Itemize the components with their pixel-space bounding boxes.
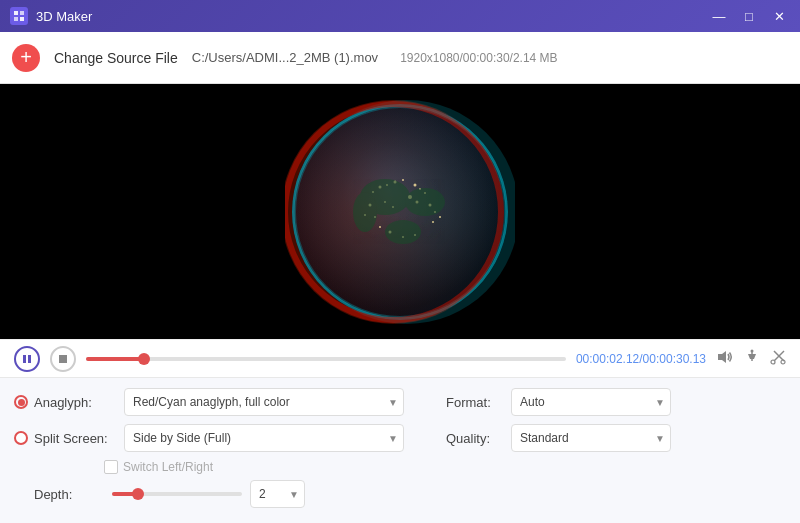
anaglyph-select[interactable]: Red/Cyan anaglyph, full color Red/Cyan a… <box>124 388 404 416</box>
progress-thumb[interactable] <box>138 353 150 365</box>
depth-slider[interactable] <box>112 492 242 496</box>
svg-point-26 <box>439 216 441 218</box>
time-display: 00:00:02.12/00:00:30.13 <box>576 352 706 366</box>
switch-lr-checkbox[interactable] <box>104 460 118 474</box>
anaglyph-radio[interactable] <box>14 395 28 409</box>
depth-thumb[interactable] <box>132 488 144 500</box>
pause-button[interactable] <box>14 346 40 372</box>
source-meta: 1920x1080/00:00:30/2.14 MB <box>400 51 557 65</box>
switch-lr-row: Switch Left/Right <box>104 460 446 474</box>
split-screen-label: Split Screen: <box>34 431 124 446</box>
window-controls: — □ ✕ <box>708 5 790 27</box>
svg-rect-2 <box>14 17 18 21</box>
settings-right-col: Format: Auto MP4 AVI MKV ▼ Quality: Stan… <box>446 388 786 516</box>
svg-rect-1 <box>20 11 24 15</box>
settings-columns: Anaglyph: Red/Cyan anaglyph, full color … <box>14 388 786 516</box>
svg-point-35 <box>385 220 421 244</box>
svg-point-36 <box>353 192 377 232</box>
svg-point-15 <box>414 183 417 186</box>
split-screen-row: Split Screen: Side by Side (Full) Side b… <box>14 424 446 452</box>
quality-select-wrap: Standard High Ultra ▼ <box>511 424 671 452</box>
format-row: Format: Auto MP4 AVI MKV ▼ <box>446 388 786 416</box>
split-screen-select[interactable]: Side by Side (Full) Side by Side (Half) … <box>124 424 404 452</box>
anaglyph-label: Anaglyph: <box>34 395 124 410</box>
maximize-button[interactable]: □ <box>738 5 760 27</box>
app-icon <box>10 7 28 25</box>
depth-row: Depth: 1 2 3 4 5 ▼ <box>14 480 446 508</box>
svg-point-27 <box>432 221 434 223</box>
settings-left-col: Anaglyph: Red/Cyan anaglyph, full color … <box>14 388 446 516</box>
depth-label: Depth: <box>14 487 104 502</box>
format-select[interactable]: Auto MP4 AVI MKV <box>511 388 671 416</box>
close-button[interactable]: ✕ <box>768 5 790 27</box>
svg-point-48 <box>771 360 775 364</box>
svg-point-34 <box>405 188 445 216</box>
toolbar: + Change Source File C:/Users/ADMI...2_2… <box>0 32 800 84</box>
svg-rect-41 <box>28 355 31 363</box>
split-screen-radio[interactable] <box>14 431 28 445</box>
title-bar: 3D Maker — □ ✕ <box>0 0 800 32</box>
svg-rect-3 <box>20 17 24 21</box>
depth-value-wrap: 1 2 3 4 5 ▼ <box>250 480 305 508</box>
minimize-button[interactable]: — <box>708 5 730 27</box>
svg-point-13 <box>402 179 404 181</box>
anaglyph-row: Anaglyph: Red/Cyan anaglyph, full color … <box>14 388 446 416</box>
stop-button[interactable] <box>50 346 76 372</box>
cut-icon[interactable] <box>770 349 786 368</box>
preview-area <box>0 84 800 339</box>
split-select-wrap: Side by Side (Full) Side by Side (Half) … <box>124 424 404 452</box>
svg-rect-0 <box>14 11 18 15</box>
svg-rect-42 <box>59 355 67 363</box>
change-source-label: Change Source File <box>54 50 178 66</box>
svg-point-29 <box>379 226 381 228</box>
quality-select[interactable]: Standard High Ultra <box>511 424 671 452</box>
svg-marker-43 <box>718 351 726 363</box>
volume-icon[interactable] <box>716 349 734 368</box>
quality-label: Quality: <box>446 431 511 446</box>
video-preview <box>285 97 515 327</box>
svg-point-45 <box>751 350 754 353</box>
svg-rect-40 <box>23 355 26 363</box>
settings-panel: Anaglyph: Red/Cyan anaglyph, full color … <box>0 377 800 523</box>
progress-bar[interactable] <box>86 357 566 361</box>
format-label: Format: <box>446 395 511 410</box>
source-filename: C:/Users/ADMI...2_2MB (1).mov <box>192 50 378 65</box>
depth-value-select[interactable]: 1 2 3 4 5 <box>250 480 305 508</box>
quality-row: Quality: Standard High Ultra ▼ <box>446 424 786 452</box>
add-source-button[interactable]: + <box>12 44 40 72</box>
format-select-wrap: Auto MP4 AVI MKV ▼ <box>511 388 671 416</box>
pin-icon[interactable] <box>744 349 760 368</box>
controls-bar: 00:00:02.12/00:00:30.13 <box>0 339 800 377</box>
anaglyph-select-wrap: Red/Cyan anaglyph, full color Red/Cyan a… <box>124 388 404 416</box>
switch-lr-label: Switch Left/Right <box>123 460 213 474</box>
progress-fill <box>86 357 144 361</box>
app-title: 3D Maker <box>36 9 708 24</box>
